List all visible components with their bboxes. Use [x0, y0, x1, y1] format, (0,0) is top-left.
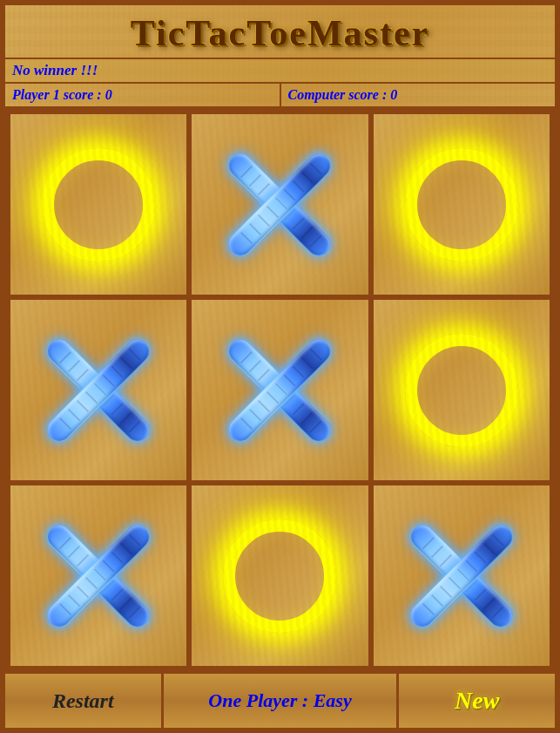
status-message: No winner !!! — [12, 62, 98, 78]
symbol-x-1 — [214, 139, 345, 270]
symbol-x-6 — [33, 511, 164, 641]
cell-1[interactable] — [189, 112, 370, 297]
new-button[interactable]: New — [399, 674, 555, 728]
app-container: TicTacToeMaster No winner !!! Player 1 s… — [0, 0, 560, 733]
symbol-x-4 — [214, 325, 345, 456]
computer-score: Computer score : 0 — [281, 84, 556, 106]
cell-4[interactable] — [189, 297, 370, 483]
symbol-x-3 — [33, 325, 164, 456]
mode-button[interactable]: One Player : Easy — [164, 674, 400, 728]
symbol-o-7 — [223, 519, 336, 633]
player1-score: Player 1 score : 0 — [5, 84, 281, 106]
cell-5[interactable] — [371, 297, 552, 483]
game-board — [5, 109, 555, 671]
symbol-o-2 — [405, 148, 518, 261]
symbol-x-8 — [396, 511, 527, 641]
cell-2[interactable] — [371, 112, 552, 297]
title-bar: TicTacToeMaster — [5, 5, 555, 58]
cell-0[interactable] — [8, 112, 189, 297]
bottom-bar: Restart One Player : Easy New — [5, 671, 555, 728]
restart-button[interactable]: Restart — [5, 674, 164, 728]
score-bar: Player 1 score : 0 Computer score : 0 — [5, 84, 555, 109]
cell-6[interactable] — [8, 483, 189, 669]
cell-8[interactable] — [371, 483, 552, 669]
app-title: TicTacToeMaster — [131, 13, 429, 53]
status-bar: No winner !!! — [5, 58, 555, 84]
symbol-o-5 — [405, 334, 518, 447]
cell-3[interactable] — [8, 297, 189, 483]
symbol-o-0 — [42, 148, 155, 261]
cell-7[interactable] — [189, 483, 370, 669]
